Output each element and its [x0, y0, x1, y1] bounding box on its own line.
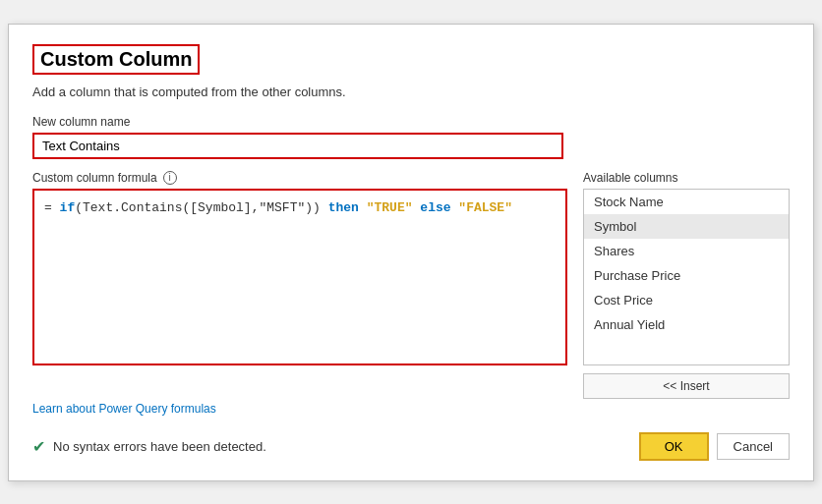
- formula-text-contains: (Text.Contains([Symbol],"MSFT")): [75, 200, 327, 215]
- new-column-label: New column name: [32, 115, 790, 129]
- main-content: Custom column formula i = if(Text.Contai…: [32, 171, 790, 399]
- footer: ✔ No syntax errors have been detected. O…: [32, 432, 790, 461]
- ok-button[interactable]: OK: [639, 432, 709, 461]
- column-item-cost-price[interactable]: Cost Price: [584, 288, 789, 312]
- status-text: No syntax errors have been detected.: [53, 439, 266, 454]
- formula-true: "TRUE": [367, 200, 413, 215]
- dialog-title: Custom Column: [32, 44, 200, 75]
- available-columns-label: Available columns: [583, 171, 790, 185]
- formula-equals: =: [44, 200, 60, 215]
- footer-buttons: OK Cancel: [639, 432, 790, 461]
- learn-link[interactable]: Learn about Power Query formulas: [32, 402, 216, 416]
- insert-button[interactable]: << Insert: [583, 373, 790, 399]
- status-section: ✔ No syntax errors have been detected.: [32, 437, 266, 456]
- formula-label-text: Custom column formula: [32, 171, 157, 185]
- column-name-input[interactable]: [32, 133, 563, 159]
- formula-space1: [359, 200, 367, 215]
- info-icon[interactable]: i: [163, 171, 177, 185]
- new-column-section: New column name: [32, 115, 790, 159]
- custom-column-dialog: Custom Column Add a column that is compu…: [8, 24, 814, 481]
- check-icon: ✔: [32, 437, 45, 456]
- formula-label: Custom column formula i: [32, 171, 567, 185]
- column-item-annual-yield[interactable]: Annual Yield: [584, 312, 789, 337]
- formula-else: else: [420, 200, 450, 215]
- column-item-shares[interactable]: Shares: [584, 239, 789, 263]
- formula-false: "FALSE": [458, 200, 512, 215]
- dialog-subtitle: Add a column that is computed from the o…: [32, 84, 790, 99]
- columns-list: Stock Name Symbol Shares Purchase Price …: [583, 189, 790, 365]
- column-item-symbol[interactable]: Symbol: [584, 214, 789, 239]
- left-panel: Custom column formula i = if(Text.Contai…: [32, 171, 567, 399]
- formula-if: if: [60, 200, 76, 215]
- column-item-stock-name[interactable]: Stock Name: [584, 190, 789, 214]
- formula-box[interactable]: = if(Text.Contains([Symbol],"MSFT")) the…: [32, 189, 567, 365]
- formula-then: then: [328, 200, 359, 215]
- right-panel: Available columns Stock Name Symbol Shar…: [583, 171, 790, 399]
- column-item-purchase-price[interactable]: Purchase Price: [584, 263, 789, 288]
- cancel-button[interactable]: Cancel: [717, 433, 790, 460]
